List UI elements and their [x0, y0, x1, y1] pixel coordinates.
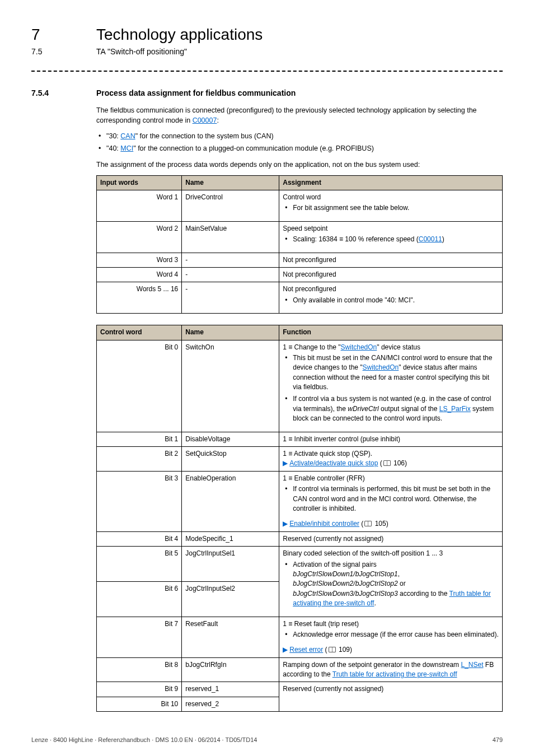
list-item: If control via terminals is performed, t… [283, 484, 499, 514]
cell: 1 ≡ Change to the "SwitchedOn" device st… [279, 340, 503, 432]
link-reset-error[interactable]: Reset error [289, 646, 323, 654]
text: Ramping down of the setpoint generator i… [283, 661, 461, 669]
book-icon [383, 460, 391, 466]
cell: Not preconfigured [279, 267, 503, 282]
table-row: Word 1 DriveControl Control word For bit… [97, 190, 503, 222]
italic-text: bJogCtrlSlowDown1/bJogCtrlStop1 [293, 570, 397, 578]
th-input-words: Input words [97, 175, 182, 190]
list-item: This bit must be set in the CAN/MCI cont… [283, 353, 499, 393]
cell: - [182, 282, 279, 314]
text: Activation of the signal pairs [293, 561, 376, 568]
text: " device status [377, 343, 420, 351]
cell: EnableOperation [182, 471, 279, 531]
text: Control word [283, 193, 321, 201]
list-item: For bit assignment see the table below. [283, 203, 499, 213]
cell: Words 5 ... 16 [97, 282, 182, 314]
cell: Word 1 [97, 190, 182, 222]
cell: ModeSpecific_1 [182, 531, 279, 546]
list-item: If control via a bus system is not wante… [283, 394, 499, 423]
cell: JogCtrlInputSel1 [182, 547, 279, 582]
link-c00007[interactable]: C00007 [193, 116, 217, 124]
subsection-title: TA "Switch-off positioning" [96, 47, 187, 56]
cell: SetQuickStop [182, 447, 279, 472]
footer-page-number: 479 [493, 736, 503, 743]
chapter-title: Technology applications [96, 26, 263, 44]
cell: Bit 8 [97, 657, 182, 682]
cell: Control word For bit assignment see the … [279, 190, 503, 222]
cell: Word 4 [97, 267, 182, 282]
table-row: Bit 8 bJogCtrlRfgIn Ramping down of the … [97, 657, 503, 682]
table-row: Bit 3 EnableOperation 1 ≡ Enable control… [97, 471, 503, 531]
body-text: The fieldbus communication is connected … [96, 105, 503, 712]
b2-pre: "40: [106, 144, 120, 152]
control-word-table: Control word Name Function Bit 0 SwitchO… [96, 325, 503, 712]
cell: Bit 10 [97, 697, 182, 711]
text: Not preconfigured [283, 285, 336, 293]
text: , [398, 570, 400, 578]
book-icon [329, 647, 336, 652]
arrow-icon: ▶ [283, 646, 288, 654]
link-l-nset[interactable]: L_NSet [461, 661, 483, 669]
chapter-number: 7 [31, 26, 96, 44]
cell: 1 ≡ Reset fault (trip reset) Acknowledge… [279, 617, 503, 657]
text: . [374, 599, 376, 607]
cell: Bit 0 [97, 340, 182, 432]
cell: Bit 7 [97, 617, 182, 657]
arrow-icon: ▶ [283, 459, 288, 467]
cell: 1 ≡ Inhibit inverter control (pulse inhi… [279, 432, 503, 446]
cell: DriveControl [182, 190, 279, 222]
text: Binary coded selection of the switch-off… [283, 549, 443, 557]
list-item: Activation of the signal pairs bJogCtrlS… [283, 560, 499, 609]
book-icon [364, 521, 372, 526]
link-switchedon[interactable]: SwitchedOn [363, 363, 399, 371]
page-ref: 106) [392, 459, 407, 467]
text: output signal of the [379, 405, 439, 413]
list-item: Only available in control mode "40: MCI"… [283, 296, 499, 305]
text: according to the [398, 590, 449, 598]
cell: SwitchOn [182, 340, 279, 432]
table-row: Bit 2 SetQuickStop 1 ≡ Activate quick st… [97, 447, 503, 472]
section-title: Process data assignment for fieldbus com… [96, 88, 296, 97]
text: 1 ≡ Enable controller (RFR) [283, 474, 364, 482]
italic-text: bJogCtrlSlowDown3/bJogCtrlStop3 [293, 590, 397, 598]
list-item: "40: MCI" for the connection to a plugge… [96, 143, 503, 153]
link-can[interactable]: CAN [120, 132, 135, 140]
cell: Word 3 [97, 253, 182, 267]
text: ) [442, 235, 444, 243]
b1-post: " for the connection to the system bus (… [135, 132, 274, 140]
cell: Ramping down of the setpoint generator i… [279, 657, 503, 682]
section-number: 7.5.4 [31, 88, 96, 97]
cell: 1 ≡ Enable controller (RFR) If control v… [279, 471, 503, 531]
cell: Bit 5 [97, 547, 182, 582]
text: 1 ≡ Change to the " [283, 343, 340, 351]
cell: Reserved (currently not assigned) [279, 531, 503, 546]
th-control-word: Control word [97, 325, 182, 340]
link-switchedon[interactable]: SwitchedOn [341, 343, 377, 351]
link-ls-parfix[interactable]: LS_ParFix [439, 405, 471, 413]
link-mci[interactable]: MCI [120, 144, 133, 152]
cell: Bit 1 [97, 432, 182, 446]
cell: MainSetValue [182, 221, 279, 253]
arrow-icon: ▶ [283, 520, 288, 528]
page-ref: 105) [373, 520, 388, 528]
link-enable-controller[interactable]: Enable/inhibit controller [289, 520, 359, 528]
intro-p1-post: : [217, 116, 218, 124]
cell: reserved_2 [182, 697, 279, 711]
divider [31, 71, 503, 72]
th-assignment: Assignment [279, 175, 503, 190]
table-row: Bit 5 JogCtrlInputSel1 Binary coded sele… [97, 547, 503, 582]
cell: Not preconfigured Only available in cont… [279, 282, 503, 314]
cell: JogCtrlInputSel2 [182, 581, 279, 617]
link-c00011[interactable]: C00011 [419, 235, 442, 243]
link-truth-table-preswitch[interactable]: Truth table for activating the pre-switc… [332, 670, 457, 678]
cell: Reserved (currently not assigned) [279, 682, 503, 712]
text: or [398, 580, 406, 587]
subsection-number: 7.5 [31, 47, 96, 56]
page-ref: 109) [337, 646, 352, 654]
intro-p1-pre: The fieldbus communication is connected … [96, 106, 477, 124]
cell: Bit 3 [97, 471, 182, 531]
table-row: Bit 7 ResetFault 1 ≡ Reset fault (trip r… [97, 617, 503, 657]
footer-left: Lenze · 8400 HighLine · Referenzhandbuch… [31, 736, 257, 743]
link-quick-stop[interactable]: Activate/deactivate quick stop [289, 459, 378, 467]
cell: Bit 4 [97, 531, 182, 546]
